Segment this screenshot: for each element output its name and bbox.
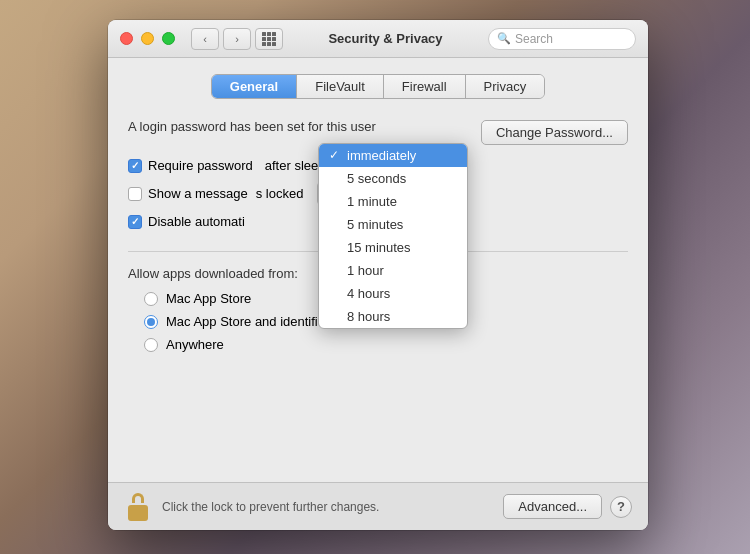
- require-password-checkbox[interactable]: [128, 159, 142, 173]
- desktop: ‹ › Security & Privacy 🔍 Search Ge: [0, 0, 750, 554]
- window-title: Security & Privacy: [283, 31, 488, 46]
- advanced-button[interactable]: Advanced...: [503, 494, 602, 519]
- dropdown-item-1hour[interactable]: 1 hour: [319, 259, 467, 282]
- mac-app-store-label: Mac App Store: [166, 291, 251, 306]
- forward-button[interactable]: ›: [223, 28, 251, 50]
- window: ‹ › Security & Privacy 🔍 Search Ge: [108, 20, 648, 530]
- bottom-bar: Click the lock to prevent further change…: [108, 482, 648, 530]
- login-password-text: A login password has been set for this u…: [128, 119, 376, 134]
- search-box[interactable]: 🔍 Search: [488, 28, 636, 50]
- tabs-row: General FileVault Firewall Privacy: [128, 74, 628, 99]
- tab-firewall[interactable]: Firewall: [384, 75, 466, 98]
- mac-app-store-dev-radio[interactable]: [144, 315, 158, 329]
- search-placeholder: Search: [515, 32, 553, 46]
- dropdown-item-8hours[interactable]: 8 hours: [319, 305, 467, 328]
- tab-filevault[interactable]: FileVault: [297, 75, 384, 98]
- lock-shackle: [132, 493, 144, 503]
- lock-text: Click the lock to prevent further change…: [162, 500, 503, 514]
- disable-auto-label: Disable automati: [148, 214, 245, 229]
- dropdown-item-1minute[interactable]: 1 minute: [319, 190, 467, 213]
- show-message-checkbox[interactable]: [128, 187, 142, 201]
- lock-icon[interactable]: [124, 493, 152, 521]
- show-message-label: Show a message: [148, 186, 248, 201]
- dropdown-item-5minutes[interactable]: 5 minutes: [319, 213, 467, 236]
- help-button[interactable]: ?: [610, 496, 632, 518]
- nav-arrows: ‹ ›: [191, 28, 251, 50]
- window-controls: [120, 32, 175, 45]
- disable-auto-checkbox[interactable]: [128, 215, 142, 229]
- grid-icon: [262, 32, 276, 46]
- dropdown-menu: immediately 5 seconds 1 minute 5 minutes…: [318, 143, 468, 329]
- tab-privacy[interactable]: Privacy: [466, 75, 545, 98]
- require-password-label: Require password: [148, 158, 253, 173]
- grid-view-button[interactable]: [255, 28, 283, 50]
- tab-group: General FileVault Firewall Privacy: [211, 74, 545, 99]
- anywhere-row: Anywhere: [144, 337, 628, 352]
- maximize-button[interactable]: [162, 32, 175, 45]
- lock-body: [128, 505, 148, 521]
- anywhere-label: Anywhere: [166, 337, 224, 352]
- anywhere-radio[interactable]: [144, 338, 158, 352]
- search-icon: 🔍: [497, 32, 511, 45]
- tab-general[interactable]: General: [212, 75, 297, 98]
- change-password-button[interactable]: Change Password...: [481, 120, 628, 145]
- dropdown-item-15minutes[interactable]: 15 minutes: [319, 236, 467, 259]
- back-button[interactable]: ‹: [191, 28, 219, 50]
- titlebar: ‹ › Security & Privacy 🔍 Search: [108, 20, 648, 58]
- dropdown-item-immediately[interactable]: immediately: [319, 144, 467, 167]
- dropdown-item-4hours[interactable]: 4 hours: [319, 282, 467, 305]
- minimize-button[interactable]: [141, 32, 154, 45]
- login-password-row: A login password has been set for this u…: [128, 119, 628, 146]
- when-screen-locked-text: s locked: [256, 186, 304, 201]
- close-button[interactable]: [120, 32, 133, 45]
- dropdown-item-5seconds[interactable]: 5 seconds: [319, 167, 467, 190]
- content-area: General FileVault Firewall Privacy A log…: [108, 58, 648, 482]
- mac-app-store-radio[interactable]: [144, 292, 158, 306]
